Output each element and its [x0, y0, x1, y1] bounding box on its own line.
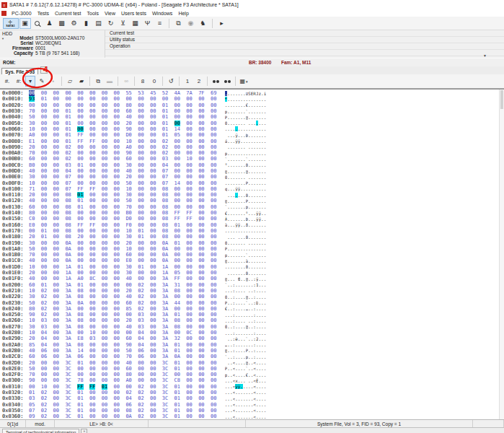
hex-byte[interactable]: 00	[138, 139, 150, 144]
hex-byte[interactable]: 00	[150, 139, 162, 144]
hex-byte[interactable]: 00	[114, 144, 126, 150]
hex-byte[interactable]: 40	[125, 114, 138, 120]
hex-byte[interactable]: FF	[174, 210, 187, 216]
hex-byte[interactable]: 00	[102, 258, 114, 263]
hex-byte[interactable]: 00	[41, 186, 53, 192]
hex-byte[interactable]: 00	[102, 402, 114, 408]
hex-byte[interactable]: 00	[138, 126, 150, 132]
hex-byte[interactable]: 3C	[65, 395, 77, 401]
hex-ascii-char[interactable]: .	[264, 162, 267, 167]
service-gears-button[interactable]: ⚙	[68, 18, 80, 29]
hex-byte[interactable]: 00	[53, 180, 66, 186]
hex-byte[interactable]: 00	[77, 216, 89, 222]
hex-byte[interactable]: 00	[102, 408, 114, 414]
hex-byte[interactable]: 00	[186, 366, 198, 372]
hex-byte[interactable]: 3A	[65, 336, 77, 341]
hex-byte[interactable]: 00	[89, 300, 102, 306]
hex-byte[interactable]: 50	[29, 366, 41, 372]
view-bytes-button[interactable]: 8	[138, 76, 148, 87]
hex-byte[interactable]: 14	[174, 180, 187, 186]
hex-byte[interactable]: 08	[162, 216, 174, 222]
hex-byte[interactable]: 55	[125, 90, 138, 96]
hex-byte[interactable]: 06	[138, 348, 150, 354]
hex-byte[interactable]: 00	[174, 330, 187, 336]
hex-byte[interactable]: 00	[102, 270, 114, 276]
hex-byte[interactable]: 90	[29, 312, 41, 318]
hex-byte[interactable]: 00	[102, 192, 114, 198]
hex-byte[interactable]: 00	[41, 276, 53, 281]
hex-byte[interactable]: 01	[77, 390, 89, 395]
hex-byte[interactable]: 00	[138, 372, 150, 377]
hex-byte[interactable]: 03	[89, 336, 102, 341]
hex-byte[interactable]: 01	[174, 360, 187, 366]
hex-byte[interactable]: 00	[186, 395, 198, 401]
hex-byte[interactable]: 00	[150, 204, 162, 210]
hex-byte[interactable]: 01	[174, 222, 187, 228]
hex-byte[interactable]: 00	[77, 108, 89, 114]
hex-byte[interactable]: 70	[29, 372, 41, 377]
hex-byte[interactable]: 01	[162, 108, 174, 114]
hex-byte[interactable]: 40	[29, 168, 41, 174]
hex-byte[interactable]: 00	[77, 144, 89, 150]
hex-byte[interactable]: 08	[65, 192, 77, 198]
hex-byte[interactable]: 08	[162, 228, 174, 234]
hex-byte[interactable]: 00	[198, 318, 211, 323]
hex-byte[interactable]: 01	[65, 121, 77, 126]
hex-byte[interactable]: 01	[174, 342, 187, 348]
hex-byte[interactable]: 40	[125, 360, 138, 366]
hex-byte[interactable]: 00	[125, 282, 138, 288]
hex-byte[interactable]: 00	[174, 121, 187, 126]
hex-byte[interactable]: 00	[186, 258, 198, 263]
hex-byte[interactable]: 00	[53, 288, 66, 294]
hex-byte[interactable]: 90	[29, 377, 41, 383]
hex-byte[interactable]: 00	[53, 395, 66, 401]
hex-byte[interactable]: 00	[186, 300, 198, 306]
hex-byte[interactable]: 3C	[65, 377, 77, 383]
hex-byte[interactable]: 00	[138, 252, 150, 258]
find-next-button[interactable]	[222, 76, 232, 87]
hex-byte[interactable]: 00	[41, 114, 53, 120]
hex-byte[interactable]: 00	[89, 312, 102, 318]
hex-byte[interactable]: 00	[174, 114, 187, 120]
hex-ascii-char[interactable]: .	[264, 253, 267, 258]
hex-byte[interactable]: FF	[186, 210, 198, 216]
hex-byte[interactable]: 00	[114, 222, 126, 228]
hex-byte[interactable]: 04	[125, 395, 138, 401]
goto-offset-button[interactable]: #.	[2, 76, 12, 87]
hex-byte[interactable]: 00	[211, 366, 223, 372]
hex-byte[interactable]: 00	[150, 372, 162, 377]
exit-utility-button[interactable]: ♞	[198, 18, 209, 29]
hex-byte[interactable]: 70	[29, 252, 41, 258]
hex-byte[interactable]: 00	[53, 156, 66, 162]
hex-byte[interactable]: 00	[211, 377, 223, 383]
hex-byte[interactable]: FF	[174, 276, 187, 281]
hex-ascii-char[interactable]: .	[264, 348, 267, 353]
hex-byte[interactable]: 00	[102, 90, 114, 96]
hex-byte[interactable]: 01	[77, 264, 89, 270]
firmware-chip-button[interactable]: ▩	[56, 18, 68, 29]
hex-byte[interactable]: 06	[138, 354, 150, 359]
hex-byte[interactable]: 00	[150, 174, 162, 180]
hex-byte[interactable]: 00	[114, 306, 126, 312]
hex-byte[interactable]: 00	[114, 414, 126, 419]
scrollbar-thumb[interactable]	[500, 90, 503, 109]
hex-byte[interactable]: 3C	[162, 384, 174, 390]
hex-byte[interactable]: 00	[198, 348, 211, 354]
hex-byte[interactable]: 04	[138, 342, 150, 348]
hex-byte[interactable]: 00	[89, 270, 102, 276]
hex-byte[interactable]: 01	[138, 228, 150, 234]
hex-ascii-char[interactable]: .	[264, 360, 267, 365]
hex-byte[interactable]: 00	[211, 132, 223, 138]
hex-byte[interactable]: 00	[53, 408, 66, 414]
hex-byte[interactable]: 00	[53, 168, 66, 174]
hex-byte[interactable]: 00	[211, 144, 223, 150]
hex-byte[interactable]: 00	[186, 408, 198, 414]
hex-byte[interactable]: 00	[186, 414, 198, 419]
hex-ascii-char[interactable]: .	[264, 180, 267, 185]
hex-byte[interactable]: 52	[162, 90, 174, 96]
hex-byte[interactable]: 00	[65, 102, 77, 108]
hex-ascii-char[interactable]: .	[264, 235, 267, 240]
hex-byte[interactable]: 02	[65, 144, 77, 150]
hex-byte[interactable]: 3C	[65, 408, 77, 414]
hex-byte[interactable]: 00	[198, 330, 211, 336]
